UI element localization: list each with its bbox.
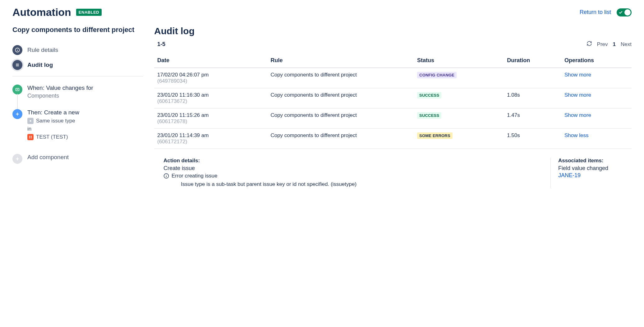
svg-point-2: [17, 49, 17, 49]
audit-log-table: Date Rule Status Duration Operations 17/…: [154, 53, 632, 149]
status-badge: CONFIG CHANGE: [417, 72, 457, 78]
refresh-icon: [586, 41, 592, 46]
enabled-badge: ENABLED: [76, 9, 102, 16]
page-title: Automation: [12, 6, 71, 18]
col-operations: Operations: [561, 53, 632, 68]
log-duration: 1.50s: [504, 129, 561, 149]
log-detail-panel: Action details: Create issue Error creat…: [154, 158, 632, 188]
audit-log-label: Audit log: [27, 62, 53, 68]
return-to-list-link[interactable]: Return to list: [580, 9, 611, 16]
log-rule: Copy components to different project: [267, 108, 414, 129]
toggle-knob: [624, 9, 631, 16]
show-more-link[interactable]: Show more: [564, 92, 591, 98]
add-component-item[interactable]: Add component: [12, 151, 143, 164]
trigger-icon: [12, 85, 22, 94]
log-date: 23/01/20 11:14:39 am: [157, 132, 264, 139]
log-rule: Copy components to different project: [267, 88, 414, 108]
associated-text: Field value changed: [558, 165, 632, 172]
col-duration: Duration: [504, 53, 561, 68]
status-badge: SUCCESS: [417, 112, 441, 119]
rule-trigger-item[interactable]: When: Value changes for Components: [12, 82, 143, 107]
log-rule: Copy components to different project: [267, 68, 414, 88]
error-message: Issue type is a sub-task but parent issu…: [163, 180, 543, 188]
action-details-name: Create issue: [163, 165, 543, 172]
trigger-label: When: Value changes for: [27, 85, 93, 91]
log-date: 17/02/20 04:26:07 pm: [157, 72, 264, 78]
action-issue-type: Same issue type: [36, 118, 75, 124]
action-details-heading: Action details:: [163, 158, 543, 164]
action-label: Then: Create a new: [27, 109, 79, 116]
table-row: 23/01/20 11:15:26 am(606172678)Copy comp…: [154, 108, 632, 129]
table-row: 23/01/20 11:16:30 am(606173672)Copy comp…: [154, 88, 632, 108]
associated-item-link[interactable]: JANE-19: [558, 172, 632, 179]
error-title: Error creating issue: [172, 173, 217, 179]
pager-current: 1: [613, 41, 616, 48]
log-date: 23/01/20 11:16:30 am: [157, 92, 264, 98]
sidebar-divider: [12, 76, 143, 76]
svg-rect-6: [16, 88, 19, 91]
rule-action-item[interactable]: Then: Create a new Same issue type in: [12, 107, 143, 151]
svg-point-9: [30, 120, 31, 122]
log-duration: 1.08s: [504, 88, 561, 108]
svg-rect-10: [29, 136, 30, 137]
refresh-button[interactable]: [586, 41, 592, 48]
col-status: Status: [414, 53, 504, 68]
log-id: (606172172): [157, 139, 264, 145]
log-duration: [504, 68, 561, 88]
svg-rect-13: [31, 137, 32, 138]
list-icon: [12, 60, 22, 70]
pager-next[interactable]: Next: [621, 41, 632, 48]
add-component-label: Add component: [27, 154, 69, 161]
table-row: 17/02/20 04:26:07 pm(649789034)Copy comp…: [154, 68, 632, 88]
add-component-icon: [12, 154, 22, 164]
action-project: TEST (TEST): [36, 134, 68, 140]
trigger-sublabel: Components: [27, 93, 93, 99]
info-icon: [12, 45, 22, 55]
status-badge: SUCCESS: [417, 92, 441, 99]
col-date: Date: [154, 53, 267, 68]
rule-details-label: Rule details: [27, 47, 58, 53]
pager-prev[interactable]: Prev: [597, 41, 608, 48]
log-id: (649789034): [157, 78, 264, 84]
action-icon: [12, 109, 22, 119]
sidebar-item-audit-log[interactable]: Audit log: [12, 58, 143, 72]
check-icon: [619, 10, 623, 15]
audit-log-title: Audit log: [154, 26, 632, 36]
rule-enabled-toggle[interactable]: [617, 8, 632, 16]
show-more-link[interactable]: Show less: [564, 132, 588, 138]
svg-point-18: [166, 175, 167, 175]
associated-heading: Associated items:: [558, 158, 632, 164]
log-id: (606173672): [157, 98, 264, 104]
issue-type-icon: [27, 118, 34, 124]
info-outline-icon: [163, 173, 169, 179]
log-date: 23/01/20 11:15:26 am: [157, 112, 264, 118]
log-id: (606172678): [157, 118, 264, 125]
project-icon: [27, 134, 34, 140]
table-row: 23/01/20 11:14:39 am(606172172)Copy comp…: [154, 129, 632, 149]
show-more-link[interactable]: Show more: [564, 72, 591, 78]
svg-rect-12: [29, 137, 30, 138]
page-range: 1-5: [154, 41, 165, 48]
show-more-link[interactable]: Show more: [564, 112, 591, 118]
action-in-label: in: [27, 126, 31, 132]
sidebar-item-rule-details[interactable]: Rule details: [12, 43, 143, 58]
rule-name-link[interactable]: Copy components to different project: [12, 26, 143, 34]
svg-rect-11: [31, 136, 32, 137]
log-duration: 1.47s: [504, 108, 561, 129]
log-rule: Copy components to different project: [267, 129, 414, 149]
status-badge: SOME ERRORS: [417, 132, 453, 139]
col-rule: Rule: [267, 53, 414, 68]
